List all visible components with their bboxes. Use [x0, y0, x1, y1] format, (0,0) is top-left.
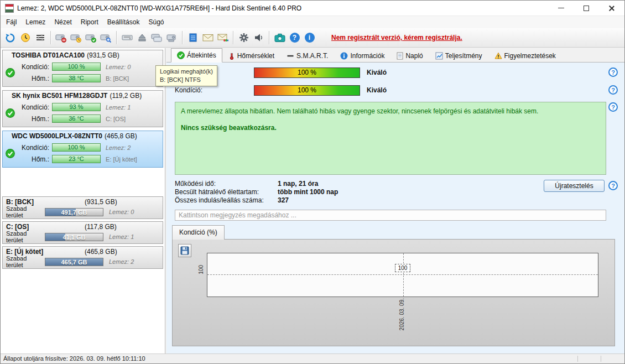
- status-help-icon[interactable]: ?: [608, 102, 618, 112]
- overview-panel: Teljesítmény: 100 % Kiváló ? Kondíció: 1…: [166, 63, 624, 353]
- close-button[interactable]: [599, 1, 624, 15]
- toolbar-separator: [182, 31, 183, 44]
- disk-item-toshiba[interactable]: TOSHIBA DT01ACA100(931,5 GB) Kondíció:10…: [2, 50, 163, 87]
- disk-name: WDC WD5000LPLX-08ZNTT0: [12, 132, 102, 140]
- main-panel: Áttekintés Hőmérséklet S.M.A.R.T. Inform…: [166, 48, 624, 353]
- tabbar: Áttekintés Hőmérséklet S.M.A.R.T. Inform…: [166, 48, 624, 63]
- partition-size: (117,8 GB): [85, 223, 117, 231]
- stats-block: Működési idő:1 nap, 21 óra Becsült hátra…: [175, 180, 338, 205]
- maximize-icon: [584, 6, 589, 11]
- performance-meter: 100 %: [254, 67, 360, 78]
- comment-input[interactable]: [175, 210, 606, 221]
- tab-smart[interactable]: S.M.A.R.T.: [280, 49, 334, 62]
- statusbar: Állapot utoljára frissítve: 2026. 03. 09…: [1, 353, 624, 363]
- report-button[interactable]: [185, 30, 200, 45]
- display-config-button[interactable]: [33, 30, 48, 45]
- retest-help-icon[interactable]: ?: [608, 181, 618, 190]
- info-button[interactable]: i: [302, 30, 317, 45]
- menu-file[interactable]: Fájl: [2, 17, 21, 28]
- free-space-bar: 41,1 GB: [45, 233, 103, 241]
- schedule-alert-button[interactable]: [18, 30, 33, 45]
- mail-button[interactable]: [200, 30, 215, 45]
- menu-report[interactable]: Riport: [76, 17, 103, 28]
- sound-button[interactable]: [251, 30, 266, 45]
- disk-schedule-button[interactable]: [69, 30, 84, 45]
- tab-performance[interactable]: Teljesítmény: [429, 49, 488, 62]
- cdrom-drive-icon: [122, 33, 133, 43]
- menu-help[interactable]: Súgó: [144, 17, 168, 28]
- help-button[interactable]: ?: [287, 30, 302, 45]
- mail-config-icon: [217, 33, 228, 42]
- stat-label: Összes indulás/leállás száma:: [175, 196, 278, 205]
- disk-copy-button[interactable]: [149, 30, 164, 45]
- chart-gridline-vertical: [403, 253, 404, 297]
- disk-test-button[interactable]: [84, 30, 98, 45]
- condition-label: Kondíció:: [175, 86, 254, 94]
- disk-item-wdc-selected[interactable]: WDC WD5000LPLX-08ZNTT0(465,8 GB) Kondíci…: [2, 131, 163, 168]
- performance-help-icon[interactable]: ?: [608, 67, 618, 77]
- tab-temperature[interactable]: Hőmérséklet: [222, 49, 280, 62]
- save-floppy-icon: [180, 246, 189, 255]
- stat-value: 327: [278, 196, 289, 205]
- tab-label: Áttekintés: [187, 51, 216, 59]
- stat-label: Működési idő:: [175, 180, 278, 188]
- disk-copy-icon: [151, 33, 163, 43]
- tab-label: Figyelmeztetések: [504, 52, 556, 60]
- health-ok-icon: [6, 68, 15, 77]
- disk-analyze-button[interactable]: [98, 30, 113, 45]
- settings-button[interactable]: [236, 30, 251, 45]
- eject-button[interactable]: [134, 30, 149, 45]
- disk-number: Lemez: 0: [109, 209, 134, 215]
- free-space-label: Szabad terület: [5, 230, 45, 243]
- refresh-button[interactable]: [3, 30, 18, 45]
- titlebar: Lemez: 2, WDC WD5000LPLX-08ZNTT0 [WD-WXG…: [1, 1, 624, 16]
- mail-config-button[interactable]: [215, 30, 230, 45]
- partition-item-c[interactable]: C: [OS](117,8 GB) Szabad terület 41,1 GB…: [2, 221, 163, 244]
- retest-button[interactable]: Újratesztelés: [544, 180, 605, 192]
- app-window: Lemez: 2, WDC WD5000LPLX-08ZNTT0 [WD-WXG…: [0, 0, 625, 364]
- info-icon: i: [305, 33, 315, 43]
- register-link[interactable]: Nem regisztrált verzió, kérem regisztrál…: [331, 34, 462, 41]
- menu-disk[interactable]: Lemez: [21, 17, 50, 28]
- disk-size: (119,2 GB): [110, 92, 142, 100]
- health-ok-icon: [6, 149, 15, 158]
- minimize-button[interactable]: [548, 1, 574, 15]
- disk-item-skhynix[interactable]: SK hynix BC501 HFM128GDJT(119,2 GB) Kond…: [2, 90, 163, 127]
- temperature-label: Hőm.:: [17, 115, 52, 123]
- tab-alerts[interactable]: Figyelmeztetések: [488, 49, 562, 62]
- chart-tab-condition[interactable]: Kondíció (%): [172, 225, 225, 240]
- partition-item-e[interactable]: E: [Új kötet](465,8 GB) Szabad terület 4…: [2, 246, 163, 269]
- disk-remove-button[interactable]: [54, 30, 69, 45]
- menu-settings[interactable]: Beállítások: [103, 17, 144, 28]
- condition-help-icon[interactable]: ?: [608, 85, 618, 95]
- menu-view[interactable]: Nézet: [50, 17, 76, 28]
- toolbar-separator: [50, 31, 51, 44]
- screenshot-button[interactable]: [272, 30, 287, 45]
- condition-bar: 93 %: [52, 103, 101, 111]
- warning-icon: [494, 52, 502, 60]
- free-space-label: Szabad terület: [5, 255, 45, 268]
- tooltip-line2: B: [BCK] NTFS: [160, 76, 213, 84]
- chart-save-button[interactable]: [178, 244, 191, 257]
- condition-chart: 100 100 2026. 03. 09.: [172, 239, 615, 346]
- tab-overview[interactable]: Áttekintés: [171, 48, 222, 63]
- toolbar-separator: [233, 31, 233, 44]
- condition-meter: 100 %: [254, 85, 360, 96]
- disk-number: Lemez: 0: [106, 64, 131, 70]
- notepad-icon: [189, 33, 197, 43]
- tab-information[interactable]: Információk: [334, 49, 390, 62]
- partition-item-b[interactable]: B: [BCK](931,5 GB) Szabad terület 491,7 …: [2, 196, 163, 219]
- speaker-icon: [254, 33, 264, 42]
- tab-log[interactable]: Napló: [390, 49, 429, 62]
- health-status-text: A merevlemez állapota hibátlan. Nem talá…: [181, 107, 600, 116]
- cdrom-button[interactable]: [119, 30, 134, 45]
- performance-rating: Kiváló: [367, 69, 387, 76]
- overview-check-icon: [177, 51, 185, 59]
- disk-archive-button[interactable]: [164, 30, 179, 45]
- disk-search-icon: [100, 33, 112, 43]
- tab-label: Hőmérséklet: [237, 52, 274, 60]
- temperature-label: Hőm.:: [17, 155, 52, 163]
- help-icon: ?: [290, 33, 300, 43]
- condition-label: Kondíció:: [17, 63, 52, 71]
- maximize-button[interactable]: [574, 1, 599, 15]
